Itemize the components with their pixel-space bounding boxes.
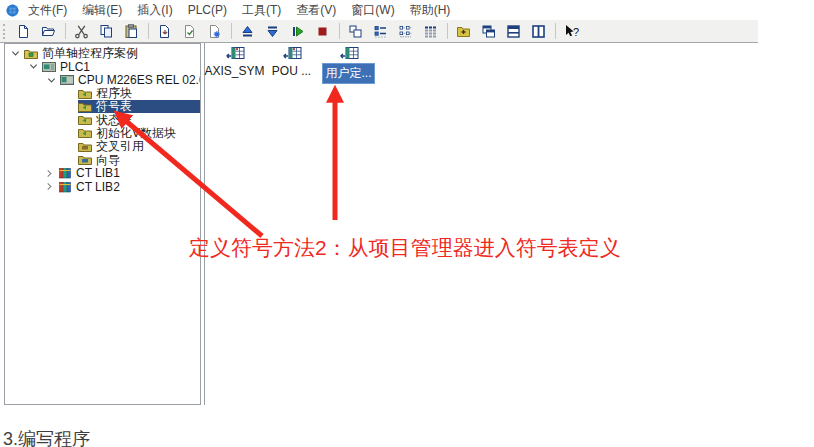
paste-icon [123,23,140,40]
app-logo-icon [6,4,19,17]
toolbar-verify-button[interactable] [179,22,200,41]
folder-icon [78,114,92,126]
new-file-icon [15,23,32,40]
folder-icon [78,127,92,139]
symbol-item-label: POU ... [270,63,313,79]
stop-square-icon [314,23,331,40]
toolbar-separator [148,23,149,39]
menu-edit[interactable]: 编辑(E) [82,2,122,19]
chevron-down-icon[interactable] [7,49,24,58]
overlapping-windows-icon [347,23,364,40]
toolbar-cascade-button[interactable] [478,22,499,41]
library-books-icon [58,167,72,179]
toolbar-cut-button[interactable] [71,22,92,41]
chevron-down-icon[interactable] [43,76,60,85]
split-horizontal-icon [505,23,522,40]
toolbar-separator [447,23,448,39]
toolbar-separator [231,23,232,39]
folder-icon [78,101,92,113]
tree-item-label: PLC1 [60,60,90,74]
toolbar-data-grid-button[interactable] [420,22,441,41]
symbol-item-pou[interactable]: POU ... [263,46,320,84]
symbol-table-icon [338,46,359,61]
toolbar-download-button[interactable] [154,22,175,41]
split-vertical-icon [530,23,547,40]
copy-icon [98,23,115,40]
main-toolbar: ? [0,20,758,43]
toolbar-grip[interactable] [3,24,7,39]
tree-item-ct-lib1[interactable]: CT LIB1 [5,167,200,180]
folder-icon [78,141,92,153]
help-pointer-icon: ? [562,23,581,40]
menu-bar: 文件(F) 编辑(E) 插入(I) PLC(P) 工具(T) 查看(V) 窗口(… [0,0,814,20]
tree-item-plc1[interactable]: PLC1 [5,60,200,73]
toolbar-separator [555,23,556,39]
toolbar-copy-button[interactable] [96,22,117,41]
bookmark-folder-icon [455,23,472,40]
folder-icon [78,88,92,100]
symbol-item-label: AXIS_SYM [202,63,266,79]
footer-caption: 3.编写程序 [3,427,90,447]
menu-file[interactable]: 文件(F) [28,2,67,19]
symbol-item-axis-sym[interactable]: AXIS_SYM [206,46,263,84]
menu-window[interactable]: 窗口(W) [351,2,394,19]
menu-tools[interactable]: 工具(T) [242,2,281,19]
toolbar-options-button[interactable] [204,22,225,41]
chevron-right-icon[interactable] [41,169,58,178]
toolbar-new-button[interactable] [13,22,34,41]
cascade-windows-icon [480,23,497,40]
toolbar-download-plc-button[interactable] [262,22,283,41]
annotation-note: 定义符号方法2：从项目管理器进入符号表定义 [189,234,621,262]
library-books-icon [58,181,72,193]
page-check-icon [181,23,198,40]
chevron-down-icon[interactable] [25,62,42,71]
upload-triangle-icon [239,23,256,40]
toolbar-symbol-list-button[interactable] [370,22,391,41]
symbol-table-icon [281,46,302,61]
data-grid-icon [422,23,439,40]
page-download-icon [156,23,173,40]
tree-item-wizard[interactable]: 向导 [5,153,200,166]
symbol-tables-panel: AXIS_SYM POU ... 用户定... [204,43,758,405]
toolbar-split-vertical-button[interactable] [528,22,549,41]
toolbar-windows-button[interactable] [345,22,366,41]
folder-icon [78,154,92,166]
toolbar-stop-button[interactable] [312,22,333,41]
menu-plc[interactable]: PLC(P) [188,3,227,17]
svg-text:?: ? [573,25,579,37]
chevron-right-icon[interactable] [41,182,58,191]
symbol-item-label: 用户定... [322,63,374,84]
cut-scissors-icon [73,23,90,40]
status-list-icon [397,23,414,40]
symbol-table-icon [224,46,245,61]
run-play-icon [289,23,306,40]
page-options-icon [206,23,223,40]
project-tree-panel: 简单轴控程序案例 PLC1 CPU M226ES REL [4,43,201,405]
menu-insert[interactable]: 插入(I) [137,2,172,19]
download-triangle-icon [264,23,281,40]
tree-item-project-root[interactable]: 简单轴控程序案例 [5,47,200,60]
menu-help[interactable]: 帮助(H) [410,2,451,19]
plc-device-icon [42,61,56,73]
tree-item-label: CT LIB2 [76,180,120,194]
symbol-item-user-defined[interactable]: 用户定... [320,46,377,84]
tree-item-label: CT LIB1 [76,166,120,180]
toolbar-split-horizontal-button[interactable] [503,22,524,41]
toolbar-run-button[interactable] [287,22,308,41]
menu-view[interactable]: 查看(V) [296,2,336,19]
toolbar-bookmark-folder-button[interactable] [453,22,474,41]
toolbar-open-button[interactable] [38,22,59,41]
project-folder-icon [24,48,38,60]
toolbar-separator [65,23,66,39]
tree-item-ct-lib2[interactable]: CT LIB2 [5,180,200,193]
toolbar-upload-plc-button[interactable] [237,22,258,41]
toolbar-status-list-button[interactable] [395,22,416,41]
cpu-module-icon [60,74,74,86]
symbol-list-icon [372,23,389,40]
toolbar-help-button[interactable]: ? [561,22,582,41]
toolbar-separator [339,23,340,39]
open-folder-icon [40,23,57,40]
toolbar-paste-button[interactable] [121,22,142,41]
